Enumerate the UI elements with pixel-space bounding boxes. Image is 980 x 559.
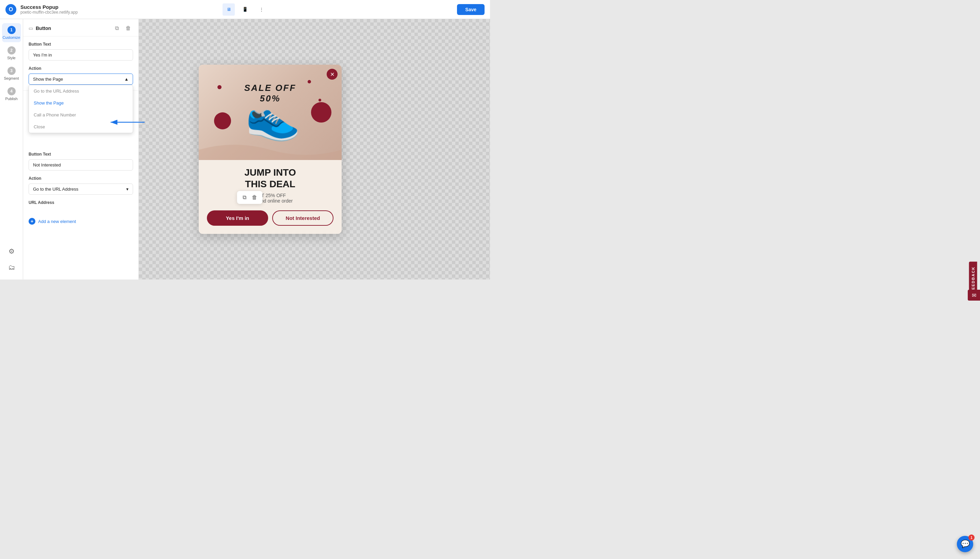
sidebar-item-publish[interactable]: 4 Publish xyxy=(2,84,21,104)
more-options-button[interactable]: ⋮ xyxy=(255,3,267,16)
save-button[interactable]: Save xyxy=(457,4,485,15)
sidebar-label-publish: Publish xyxy=(5,97,17,101)
sale-text: SALE OFF 50% xyxy=(244,83,296,104)
sidebar-label-style: Style xyxy=(7,56,15,60)
option-text-call-phone: Call a Phone Number xyxy=(34,112,76,117)
desktop-view-button[interactable]: 🖥 xyxy=(223,3,235,16)
decoration-dot-5 xyxy=(311,102,332,122)
option-text-close: Close xyxy=(34,124,45,129)
option-text-show-page: Show the Page xyxy=(34,101,64,106)
action-selected-value-2: Go to the URL Address xyxy=(33,187,78,192)
popup-yes-button[interactable]: Yes I'm in xyxy=(207,210,268,226)
sidebar-label-segment: Segment xyxy=(4,76,19,80)
action-dropdown-menu-1: Go to the URL Address Show the Page Call… xyxy=(28,85,133,133)
popup-subtext: GET 25% OFF your 2nd online order xyxy=(207,193,333,203)
sidebar-item-customize[interactable]: 1 Customize xyxy=(2,23,21,42)
button-text-label-2: Button Text xyxy=(28,152,133,157)
decoration-dot-1 xyxy=(218,85,221,89)
copy-action-icon[interactable]: ⧉ xyxy=(241,194,248,201)
briefcase-button[interactable]: 🗂 xyxy=(5,261,18,274)
action-label-2: Action xyxy=(28,176,133,181)
dropdown-option-show-page[interactable]: Show the Page xyxy=(29,97,133,109)
dropdown-option-call-phone[interactable]: Call a Phone Number xyxy=(29,109,133,121)
popup-preview: ✕ SALE OFF 50% 👟 JUMP INTO THIS DE xyxy=(199,64,342,233)
chevron-up-icon: ▲ xyxy=(124,77,129,82)
add-element-button[interactable]: + Add a new element xyxy=(23,213,81,230)
component-header: ▭ Button ⧉ 🗑 xyxy=(23,19,139,36)
mobile-icon: 📱 xyxy=(242,7,248,12)
button-text-input-1[interactable] xyxy=(28,50,133,61)
popup-heading: JUMP INTO THIS DEAL xyxy=(207,167,333,190)
popup-content: JUMP INTO THIS DEAL GET 25% OFF your 2nd… xyxy=(199,160,342,233)
popup-buttons: Yes I'm in Not Interested xyxy=(207,210,333,226)
decoration-dot-4 xyxy=(214,112,231,129)
dropdown-option-close[interactable]: Close xyxy=(29,121,133,133)
desktop-icon: 🖥 xyxy=(227,7,231,12)
button-text-input-2[interactable] xyxy=(28,159,133,170)
action-dropdown-trigger-2[interactable]: Go to the URL Address ▾ xyxy=(28,184,133,195)
component-title: Button xyxy=(36,26,110,31)
action-selected-value-1: Show the Page xyxy=(33,77,63,82)
option-text-go-url: Go to the URL Address xyxy=(34,89,79,94)
plus-icon: + xyxy=(28,218,35,225)
button-text-label-1: Button Text xyxy=(28,42,133,46)
step-3-number: 3 xyxy=(8,67,16,75)
header-device-controls: 🖥 📱 ⋮ xyxy=(223,3,267,16)
popup-image-area: SALE OFF 50% 👟 xyxy=(199,64,342,160)
mobile-view-button[interactable]: 📱 xyxy=(239,3,251,16)
settings-button[interactable]: ⚙ xyxy=(6,245,17,258)
sidebar: 1 Customize 2 Style 3 Segment 4 Publish … xyxy=(0,19,23,280)
delete-button[interactable]: 🗑 xyxy=(124,25,133,32)
panel: ▭ Button ⧉ 🗑 Button Text Action Show the… xyxy=(23,19,139,280)
dropdown-option-go-url[interactable]: Go to the URL Address xyxy=(29,85,133,97)
popup-no-button[interactable]: Not Interested xyxy=(272,210,333,226)
step-4-number: 4 xyxy=(8,87,16,95)
step-2-number: 2 xyxy=(8,46,16,55)
add-element-label: Add a new element xyxy=(38,219,76,224)
decoration-dot-3 xyxy=(318,99,321,101)
duplicate-button[interactable]: ⧉ xyxy=(113,25,121,32)
action-dropdown-2: Go to the URL Address ▾ xyxy=(28,184,133,195)
action-dropdown-1: Show the Page ▲ Go to the URL Address Sh… xyxy=(28,74,133,85)
action-dropdown-trigger-1[interactable]: Show the Page ▲ xyxy=(28,74,133,85)
header: O Success Popup poetic-muffin-cbc3ee.net… xyxy=(0,0,490,19)
url-address-label: URL Address xyxy=(28,200,133,205)
delete-action-icon[interactable]: 🗑 xyxy=(251,194,259,201)
decoration-dot-2 xyxy=(308,80,311,83)
sidebar-label-customize: Customize xyxy=(3,35,20,40)
step-1-number: 1 xyxy=(8,26,16,34)
sidebar-item-segment[interactable]: 3 Segment xyxy=(2,64,21,83)
button1-section: Button Text Action Show the Page ▲ Go to… xyxy=(23,36,139,91)
action-label-1: Action xyxy=(28,66,133,71)
sidebar-item-style[interactable]: 2 Style xyxy=(2,44,21,63)
more-icon: ⋮ xyxy=(259,7,264,12)
sidebar-bottom: ⚙ 🗂 xyxy=(5,245,18,280)
popup-action-bar: ⧉ 🗑 xyxy=(237,191,263,204)
app-logo: O xyxy=(5,4,16,15)
chevron-down-icon: ▾ xyxy=(126,187,129,192)
button-icon: ▭ xyxy=(28,26,33,31)
